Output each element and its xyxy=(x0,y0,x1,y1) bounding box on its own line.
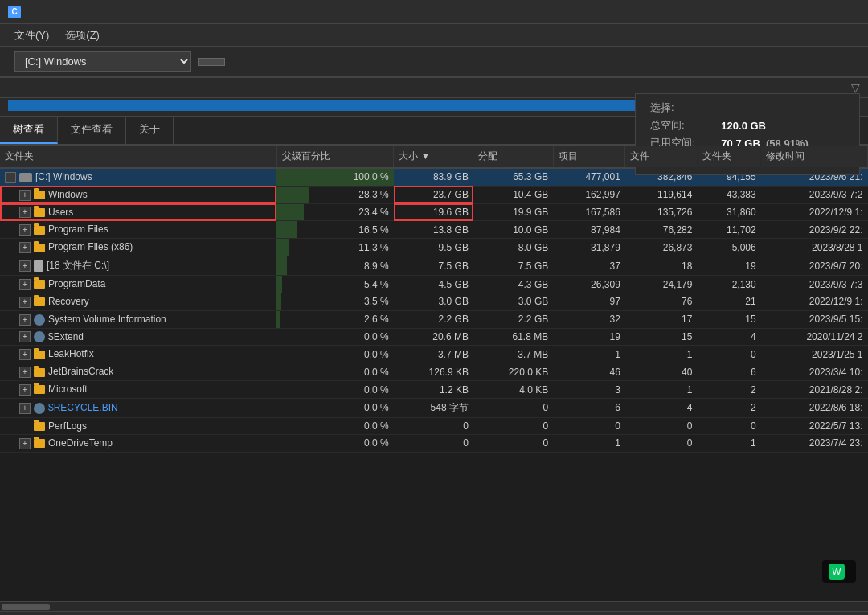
cell-modified: 2022/8/6 18: xyxy=(761,398,868,417)
horizontal-scrollbar[interactable] xyxy=(0,601,868,611)
column-header-pct[interactable]: 父级百分比 xyxy=(276,146,394,168)
expand-button[interactable]: + xyxy=(19,384,31,396)
cell-modified: 2021/8/28 2: xyxy=(761,381,868,399)
menubar: 文件(Y)选项(Z) xyxy=(0,24,868,47)
folder-icon xyxy=(34,422,45,431)
table-row[interactable]: +OneDriveTemp0.0 %001012023/7/4 23: xyxy=(0,434,868,452)
total-label: 总空间: xyxy=(647,117,718,134)
cell-name: +Program Files (x86) xyxy=(0,239,276,256)
cell-modified: 2023/8/28 1 xyxy=(761,239,868,256)
cell-files: 76 xyxy=(625,293,698,310)
column-header-modified[interactable]: 修改时间 xyxy=(761,146,868,168)
tab-about[interactable]: 关于 xyxy=(126,117,174,144)
cell-folders: 11,702 xyxy=(697,221,760,239)
expand-button[interactable]: + xyxy=(19,438,31,449)
cell-name: PerfLogs xyxy=(0,417,276,434)
cell-size: 13.8 GB xyxy=(394,221,473,239)
expand-button[interactable]: + xyxy=(19,224,31,236)
cell-name: +Windows xyxy=(0,186,276,203)
column-header-size[interactable]: 大小 ▼ xyxy=(394,146,473,168)
folder-icon xyxy=(34,280,45,289)
filter-icon[interactable]: ▽ xyxy=(851,81,860,94)
cell-percent: 100.0 % xyxy=(276,168,394,186)
expand-button[interactable]: + xyxy=(19,242,31,253)
table-row[interactable]: +ProgramData5.4 %4.5 GB4.3 GB26,30924,17… xyxy=(0,276,868,293)
cell-percent: 5.4 % xyxy=(276,276,394,293)
cell-files: 0 xyxy=(625,434,698,452)
table-row[interactable]: +$Extend0.0 %20.6 MB61.8 MB191542020/11/… xyxy=(0,328,868,346)
item-name: System Volume Information xyxy=(48,314,166,325)
cell-name: +System Volume Information xyxy=(0,310,276,328)
cell-items: 97 xyxy=(553,293,625,310)
table-row[interactable]: +LeakHotfix0.0 %3.7 MB3.7 MB1102023/1/25… xyxy=(0,346,868,363)
table-row[interactable]: PerfLogs0.0 %000002022/5/7 13: xyxy=(0,417,868,434)
drive-select[interactable]: [C:] Windows xyxy=(14,51,191,72)
menu-item-options[interactable]: 选项(Z) xyxy=(57,25,108,46)
cell-alloc: 3.0 GB xyxy=(473,293,553,310)
folder-icon xyxy=(34,439,45,448)
cell-name: +Users xyxy=(0,203,276,221)
expand-button[interactable]: + xyxy=(19,403,31,414)
expand-button[interactable]: + xyxy=(19,331,31,342)
folder-icon xyxy=(34,297,45,306)
cell-alloc: 220.0 KB xyxy=(473,363,553,381)
total-value: 120.0 GB xyxy=(718,117,848,134)
column-header-files[interactable]: 文件 xyxy=(625,146,698,168)
item-name: Windows xyxy=(48,189,88,200)
table-row[interactable]: +Windows28.3 %23.7 GB10.4 GB162,997119,6… xyxy=(0,186,868,203)
cell-folders: 19 xyxy=(697,256,760,276)
cell-alloc: 10.4 GB xyxy=(473,186,553,203)
expand-button[interactable]: + xyxy=(19,297,31,308)
cell-name: +Recovery xyxy=(0,293,276,310)
expand-button[interactable]: + xyxy=(19,207,31,218)
column-header-items[interactable]: 项目 xyxy=(553,146,625,168)
cell-items: 46 xyxy=(553,363,625,381)
item-name: OneDriveTemp xyxy=(48,437,113,449)
cell-items: 31,879 xyxy=(553,239,625,256)
tab-tree[interactable]: 树查看 xyxy=(0,117,58,144)
cell-alloc: 10.0 GB xyxy=(473,221,553,239)
column-header-name[interactable]: 文件夹 xyxy=(0,146,276,168)
expand-button[interactable]: + xyxy=(19,279,31,290)
cell-files: 26,873 xyxy=(625,239,698,256)
cell-files: 76,282 xyxy=(625,221,698,239)
scan-button[interactable] xyxy=(198,58,225,66)
table-row[interactable]: +JetBrainsCrack0.0 %126.9 KB220.0 KB4640… xyxy=(0,363,868,381)
folder-icon xyxy=(34,244,45,252)
cell-size: 3.0 GB xyxy=(394,293,473,310)
table-row[interactable]: +Recovery3.5 %3.0 GB3.0 GB9776212022/12/… xyxy=(0,293,868,310)
table-row[interactable]: +Program Files16.5 %13.8 GB10.0 GB87,984… xyxy=(0,221,868,239)
table-row[interactable]: +Microsoft0.0 %1.2 KB4.0 KB3122021/8/28 … xyxy=(0,381,868,399)
cell-items: 167,586 xyxy=(553,203,625,221)
table-row[interactable]: +System Volume Information2.6 %2.2 GB2.2… xyxy=(0,310,868,328)
item-name: [18 文件在 C:\] xyxy=(47,260,109,271)
expand-button[interactable]: - xyxy=(5,172,16,183)
item-name: PerfLogs xyxy=(48,420,87,432)
cell-items: 0 xyxy=(553,417,625,434)
tab-file[interactable]: 文件查看 xyxy=(58,117,126,144)
cell-size: 83.9 GB xyxy=(394,168,473,186)
menu-item-file[interactable]: 文件(Y) xyxy=(6,25,57,46)
cell-folders: 15 xyxy=(697,310,760,328)
column-header-folders[interactable]: 文件夹 xyxy=(697,146,760,168)
table-row[interactable]: +Program Files (x86)11.3 %9.5 GB8.0 GB31… xyxy=(0,239,868,256)
table-row[interactable]: +[18 文件在 C:\]8.9 %7.5 GB7.5 GB3718192023… xyxy=(0,256,868,276)
cell-alloc: 2.2 GB xyxy=(473,310,553,328)
scrollbar-thumb[interactable] xyxy=(2,604,50,610)
expand-button[interactable]: + xyxy=(19,367,31,378)
table-row[interactable]: +Users23.4 %19.6 GB19.9 GB167,586135,726… xyxy=(0,203,868,221)
item-name: Recovery xyxy=(48,296,89,307)
column-header-alloc[interactable]: 分配 xyxy=(473,146,553,168)
file-tree[interactable]: 文件夹父级百分比大小 ▼分配项目文件文件夹修改时间 -[C:] Windows1… xyxy=(0,146,868,601)
cell-size: 126.9 KB xyxy=(394,363,473,381)
table-row[interactable]: +$RECYCLE.BIN0.0 %548 字节06422022/8/6 18: xyxy=(0,398,868,417)
expand-button[interactable]: + xyxy=(19,314,31,326)
cell-items: 19 xyxy=(553,328,625,346)
expand-button[interactable]: + xyxy=(19,349,31,360)
cell-items: 162,997 xyxy=(553,186,625,203)
cell-modified: 2023/9/3 7:3 xyxy=(761,276,868,293)
folder-icon xyxy=(34,351,45,359)
expand-button[interactable]: + xyxy=(19,190,31,201)
cell-modified: 2023/7/4 23: xyxy=(761,434,868,452)
expand-button[interactable]: + xyxy=(19,260,31,272)
